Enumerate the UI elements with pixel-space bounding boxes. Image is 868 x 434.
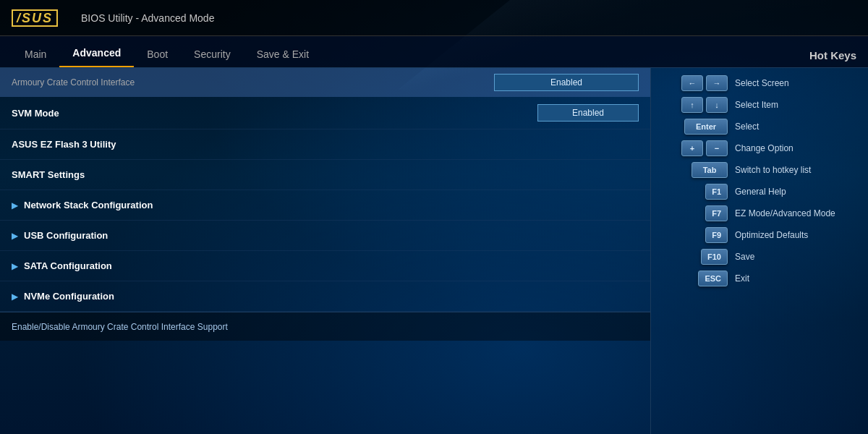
nav-item-main[interactable]: Main [12,43,59,67]
nvme-label: NVMe Configuration [24,291,639,302]
hotkey-keys-select-screen: ← → [663,75,728,91]
hotkey-keys-enter: Enter [663,119,728,135]
footer-description: Enable/Disable Armoury Crate Control Int… [0,312,650,341]
header-bar: /SUS BIOS Utility - Advanced Mode [0,0,868,36]
hotkey-btn-f7[interactable]: F7 [705,205,728,221]
hotkey-desc-f1: General Help [735,187,786,197]
setting-row-network[interactable]: ▶ Network Stack Configuration [0,190,650,221]
setting-row-nvme[interactable]: ▶ NVMe Configuration [0,281,650,312]
hotkey-btn-plus[interactable]: + [681,140,703,156]
hotkey-desc-change-option: Change Option [735,143,793,153]
setting-row-usb[interactable]: ▶ USB Configuration [0,221,650,251]
hotkey-btn-esc[interactable]: ESC [698,271,728,286]
nav-item-save-exit[interactable]: Save & Exit [244,43,322,67]
setting-row-smart[interactable]: SMART Settings [0,160,650,190]
hotkey-select-screen: ← → Select Screen [663,75,856,91]
setting-row-ez-flash[interactable]: ASUS EZ Flash 3 Utility [0,129,650,160]
hotkey-keys-f9: F9 [663,227,728,243]
hotkey-f9: F9 Optimized Defaults [663,227,856,243]
hotkey-btn-left[interactable]: ← [681,75,703,91]
hotkeys-panel: ← → Select Screen ↑ ↓ Select Item Enter … [651,68,868,434]
hotkey-desc-f10: Save [735,252,754,262]
hotkey-select-item: ↑ ↓ Select Item [663,97,856,113]
hotkey-btn-minus[interactable]: − [706,140,728,156]
nav-item-advanced[interactable]: Advanced [59,41,134,67]
hotkey-desc-select: Select [735,122,759,132]
main-content: Armoury Crate Control Interface Enabled … [0,68,868,434]
hotkey-btn-f10[interactable]: F10 [701,249,728,265]
setting-row-sata[interactable]: ▶ SATA Configuration [0,251,650,281]
nvme-arrow: ▶ [12,292,18,302]
highlighted-label: Armoury Crate Control Interface [12,77,494,88]
hotkey-select: Enter Select [663,119,856,135]
hotkey-esc: ESC Exit [663,271,856,286]
settings-panel: Armoury Crate Control Interface Enabled … [0,68,651,434]
logo: /SUS [12,9,58,27]
ez-flash-label: ASUS EZ Flash 3 Utility [12,139,639,150]
hotkey-keys-esc: ESC [663,271,728,286]
logo-text: /SUS [12,9,58,27]
hotkey-f1: F1 General Help [663,184,856,200]
sata-arrow: ▶ [12,261,18,271]
hotkey-btn-f9[interactable]: F9 [705,227,728,243]
network-arrow: ▶ [12,200,18,210]
hotkey-desc-select-screen: Select Screen [735,78,789,88]
navbar: Main Advanced Boot Security Save & Exit … [0,36,868,68]
hotkey-btn-down[interactable]: ↓ [706,97,728,113]
usb-arrow: ▶ [12,231,18,241]
hotkey-desc-f9: Optimized Defaults [735,230,808,240]
smart-label: SMART Settings [12,169,639,180]
svm-label: SVM Mode [12,108,537,119]
hotkey-btn-enter[interactable]: Enter [684,119,728,135]
hotkey-desc-tab: Switch to hotkey list [735,165,811,175]
nav-item-boot[interactable]: Boot [134,43,181,67]
hotkeys-label: Hot Keys [809,49,856,67]
hotkey-btn-tab[interactable]: Tab [692,162,728,178]
hotkey-f7: F7 EZ Mode/Advanced Mode [663,205,856,221]
hotkey-keys-select-item: ↑ ↓ [663,97,728,113]
hotkey-btn-right[interactable]: → [706,75,728,91]
usb-label: USB Configuration [24,230,639,241]
hotkey-desc-select-item: Select Item [735,100,778,110]
hotkey-btn-f1[interactable]: F1 [705,184,728,200]
setting-row-svm[interactable]: SVM Mode Enabled [0,97,650,129]
highlighted-row[interactable]: Armoury Crate Control Interface Enabled [0,68,650,97]
hotkey-keys-tab: Tab [663,162,728,178]
header-title: BIOS Utility - Advanced Mode [81,12,214,24]
hotkey-f10: F10 Save [663,249,856,265]
hotkey-tab: Tab Switch to hotkey list [663,162,856,178]
hotkey-keys-f1: F1 [663,184,728,200]
hotkey-keys-f7: F7 [663,205,728,221]
svm-value: Enabled [537,104,639,122]
hotkey-desc-esc: Exit [735,273,749,284]
network-label: Network Stack Configuration [24,200,639,210]
hotkey-keys-f10: F10 [663,249,728,265]
main-container: /SUS BIOS Utility - Advanced Mode Main A… [0,0,868,434]
hotkey-btn-up[interactable]: ↑ [681,97,703,113]
nav-item-security[interactable]: Security [181,43,244,67]
hotkey-keys-change: + − [663,140,728,156]
hotkey-change-option: + − Change Option [663,140,856,156]
sata-label: SATA Configuration [24,260,639,271]
hotkey-desc-f7: EZ Mode/Advanced Mode [735,208,835,218]
highlighted-value: Enabled [494,74,639,91]
